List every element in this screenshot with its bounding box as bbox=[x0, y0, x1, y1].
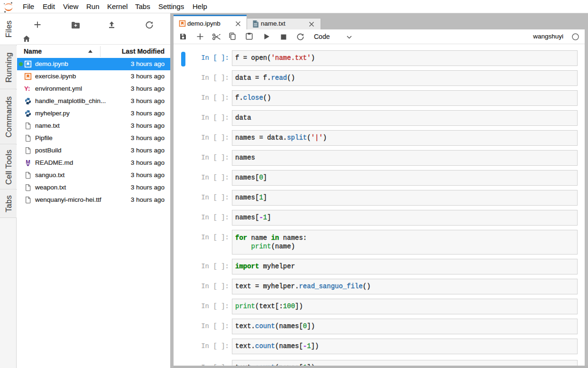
svg-text:M: M bbox=[26, 159, 30, 165]
